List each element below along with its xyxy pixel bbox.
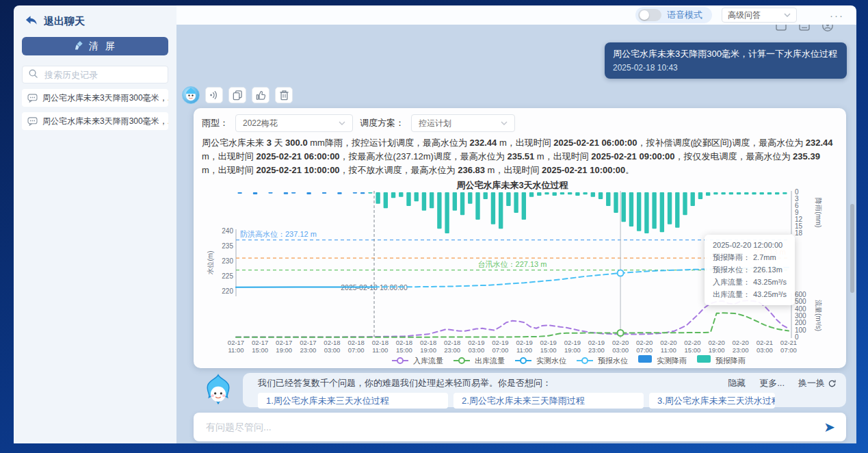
more-suggestions-link[interactable]: 更多...: [759, 377, 785, 389]
user-icon[interactable]: [821, 25, 834, 32]
message-input[interactable]: [205, 421, 817, 433]
suggestions-links: 隐藏 更多... 换一换: [728, 377, 837, 389]
svg-text:预报水位: 预报水位: [598, 357, 628, 365]
chevron-down-icon: [784, 13, 791, 17]
chart-tooltip: 2025-02-20 12:00:00 预报降雨：2.7mm预报水位：226.1…: [705, 235, 795, 305]
plan-select[interactable]: 控运计划: [411, 114, 515, 132]
svg-text:02-1919:00: 02-1919:00: [564, 339, 581, 354]
history-item-label: 周公宅水库未来3天降雨300毫米，...: [42, 116, 168, 127]
more-menu-button[interactable]: ···: [830, 10, 844, 21]
suggestion-button[interactable]: 1.周公宅水库未来三天水位过程: [258, 393, 448, 409]
svg-text:02-1719:00: 02-1719:00: [276, 339, 292, 354]
svg-text:02-1715:00: 02-1715:00: [252, 339, 268, 354]
chat-bubble-icon: [27, 94, 38, 103]
mascot-avatar: [199, 374, 237, 412]
suggestion-button[interactable]: 3.周公宅水库未来三天洪水过程: [649, 393, 775, 409]
clear-screen-label: 清 屏: [89, 40, 117, 53]
summary-text: 周公宅水库未来 3 天 300.0 mm降雨，按控运计划调度，最高水位为 232…: [202, 136, 838, 177]
top-bar: 语音模式 高级问答 ···: [176, 5, 856, 25]
window-icon[interactable]: [775, 25, 787, 32]
exit-chat-button[interactable]: 退出聊天: [14, 5, 176, 28]
refresh-label: 换一换: [798, 377, 825, 389]
chevron-down-icon: [501, 121, 508, 125]
svg-text:02-1807:00: 02-1807:00: [347, 339, 364, 354]
read-aloud-button[interactable]: [205, 87, 223, 103]
delete-button[interactable]: [275, 87, 293, 103]
rain-type-select[interactable]: 2022梅花: [235, 114, 353, 132]
exit-chat-label: 退出聊天: [44, 15, 85, 28]
rain-type-label: 雨型：: [202, 117, 228, 129]
bot-avatar: [182, 86, 200, 104]
svg-text:降雨(mm): 降雨(mm): [815, 198, 822, 228]
chat-scrollbar[interactable]: [850, 204, 854, 293]
clear-screen-button[interactable]: 清 屏: [22, 37, 168, 55]
suggestions-panel: 我们已经答复数千个问题，你的难题我们处理起来轻而易举。你是否想问： 隐藏 更多.…: [243, 373, 846, 407]
svg-text:02-1711:00: 02-1711:00: [228, 339, 244, 354]
voice-mode-toggle[interactable]: 语音模式: [635, 7, 712, 23]
history-item-label: 周公宅水库未来3天降雨300毫米，...: [42, 92, 168, 104]
trash-icon: [279, 90, 289, 101]
keyboard-icon[interactable]: [798, 25, 811, 32]
svg-text:周公宅水库未来3天水位过程: 周公宅水库未来3天水位过程: [456, 180, 568, 190]
history-item[interactable]: 周公宅水库未来3天降雨300毫米，...: [22, 112, 168, 130]
svg-text:18: 18: [795, 229, 803, 237]
suggestion-buttons: 1.周公宅水库未来三天水位过程 2.周公宅水库未来三天降雨过程 3.周公宅水库未…: [258, 393, 837, 409]
svg-text:02-1803:00: 02-1803:00: [324, 339, 340, 354]
svg-text:02-1819:00: 02-1819:00: [420, 339, 436, 354]
svg-text:235: 235: [222, 242, 233, 250]
send-button[interactable]: ➤: [824, 420, 835, 434]
toggle-switch-icon[interactable]: [638, 9, 661, 21]
refresh-suggestions-link[interactable]: 换一换: [798, 377, 837, 389]
suggestion-button[interactable]: 2.周公宅水库未来三天降雨过程: [453, 393, 644, 409]
svg-text:02-1823:00: 02-1823:00: [444, 339, 460, 354]
copy-icon: [232, 90, 243, 101]
app-window: 退出聊天 清 屏 周公宅水库未来3天降雨300毫米，... 周公宅水库未来3天降…: [0, 0, 868, 453]
answer-mode-select[interactable]: 高级问答: [722, 8, 797, 23]
history-search-input[interactable]: [43, 69, 166, 81]
back-arrow-icon: [25, 15, 38, 28]
svg-text:台汛水位：227.13 m: 台汛水位：227.13 m: [478, 260, 547, 268]
chat-bubble-icon: [27, 117, 38, 126]
svg-text:02-2011:00: 02-2011:00: [660, 339, 676, 354]
svg-text:流量(m³/s): 流量(m³/s): [815, 300, 822, 331]
history-search: [22, 66, 168, 83]
forecast-chart: 周公宅水库未来3天水位过程240235230225220036912151860…: [202, 179, 838, 369]
svg-text:02-1723:00: 02-1723:00: [300, 339, 316, 354]
svg-text:出库流量: 出库流量: [475, 357, 505, 365]
thumbs-up-icon: [255, 90, 266, 101]
svg-text:入库流量: 入库流量: [413, 357, 443, 365]
svg-text:225: 225: [222, 272, 233, 280]
svg-text:防洪高水位：237.12 m: 防洪高水位：237.12 m: [240, 230, 317, 238]
svg-text:02-2023:00: 02-2023:00: [733, 339, 749, 354]
chevron-down-icon: [339, 121, 345, 125]
hide-suggestions-link[interactable]: 隐藏: [728, 377, 746, 389]
svg-text:02-2107:00: 02-2107:00: [780, 339, 797, 354]
svg-text:02-1915:00: 02-1915:00: [540, 339, 557, 354]
svg-text:02-2007:00: 02-2007:00: [636, 339, 653, 354]
copy-button[interactable]: [228, 87, 246, 103]
clear-screen-icon: [74, 40, 84, 52]
like-button[interactable]: [252, 87, 269, 103]
refresh-icon: [828, 379, 837, 388]
svg-text:220: 220: [222, 287, 233, 295]
message-corner-icons: [775, 25, 834, 32]
answer-card: 雨型： 2022梅花 调度方案： 控运计划 周公宅水库未来 3 天 300.0 …: [194, 108, 846, 368]
svg-text:02-1907:00: 02-1907:00: [492, 339, 508, 354]
svg-text:02-1923:00: 02-1923:00: [588, 339, 605, 354]
history-sidebar: 退出聊天 清 屏 周公宅水库未来3天降雨300毫米，... 周公宅水库未来3天降…: [14, 5, 176, 443]
chat-area: 周公宅水库未来3天降雨300毫米，计算一下水库水位过程 2025-02-18 1…: [176, 25, 856, 443]
user-message-text: 周公宅水库未来3天降雨300毫米，计算一下水库水位过程: [613, 47, 839, 61]
rain-type-value: 2022梅花: [243, 118, 278, 129]
speaker-icon: [209, 90, 220, 100]
message-composer: ➤: [194, 413, 846, 441]
voice-mode-label: 语音模式: [667, 9, 702, 21]
history-item[interactable]: 周公宅水库未来3天降雨300毫米，...: [22, 89, 168, 107]
svg-text:02-2003:00: 02-2003:00: [612, 339, 629, 354]
user-message-bubble: 周公宅水库未来3天降雨300毫米，计算一下水库水位过程 2025-02-18 1…: [605, 42, 847, 79]
svg-text:240: 240: [222, 227, 233, 235]
svg-text:02-2103:00: 02-2103:00: [757, 339, 773, 354]
svg-text:水位(m): 水位(m): [207, 251, 214, 275]
plan-label: 调度方案：: [360, 117, 404, 129]
search-icon: [28, 68, 38, 81]
svg-text:02-1811:00: 02-1811:00: [372, 339, 389, 354]
